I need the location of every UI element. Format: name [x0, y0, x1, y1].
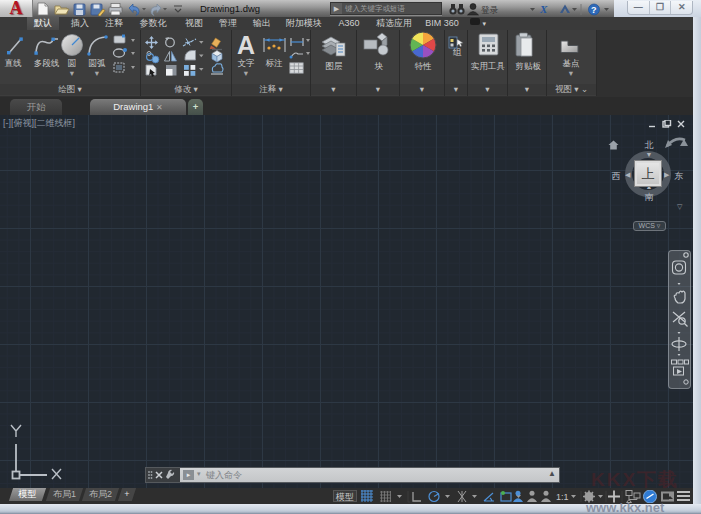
svg-text:1:1: 1:1 [556, 492, 569, 502]
svg-text:A: A [237, 31, 255, 59]
svg-text:X: X [539, 3, 548, 15]
svg-text:登录: 登录 [481, 5, 499, 15]
svg-text:?: ? [591, 5, 597, 15]
